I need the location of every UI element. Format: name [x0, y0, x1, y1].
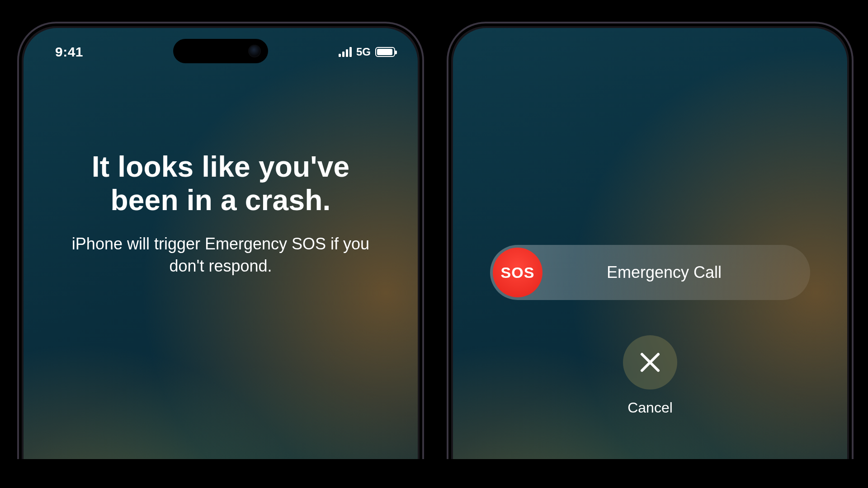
sos-thumb-label: SOS — [501, 264, 535, 282]
status-time: 9:41 — [55, 44, 83, 60]
phone-screen-right: SOS Emergency Call Cancel — [453, 28, 847, 488]
phone-frame-right: SOS Emergency Call Cancel — [447, 22, 854, 488]
emergency-call-label: Emergency Call — [545, 263, 810, 282]
crash-detection-message: It looks like you've been in a crash. iP… — [55, 150, 386, 277]
phone-frame-left: 9:41 5G It looks like you've been in a c… — [17, 22, 424, 488]
phone-screen-left: 9:41 5G It looks like you've been in a c… — [24, 28, 418, 488]
sos-slider-thumb[interactable]: SOS — [493, 248, 542, 297]
close-icon — [638, 351, 662, 374]
network-label: 5G — [356, 46, 371, 58]
cancel-button[interactable] — [623, 335, 677, 389]
status-bar: 9:41 5G — [24, 40, 418, 64]
battery-icon — [375, 47, 395, 57]
crash-subtext: iPhone will trigger Emergency SOS if you… — [69, 233, 373, 277]
cancel-label: Cancel — [627, 399, 673, 416]
crash-headline: It looks like you've been in a crash. — [55, 150, 386, 217]
cellular-signal-icon — [339, 47, 352, 57]
emergency-call-slider[interactable]: SOS Emergency Call — [490, 245, 810, 300]
